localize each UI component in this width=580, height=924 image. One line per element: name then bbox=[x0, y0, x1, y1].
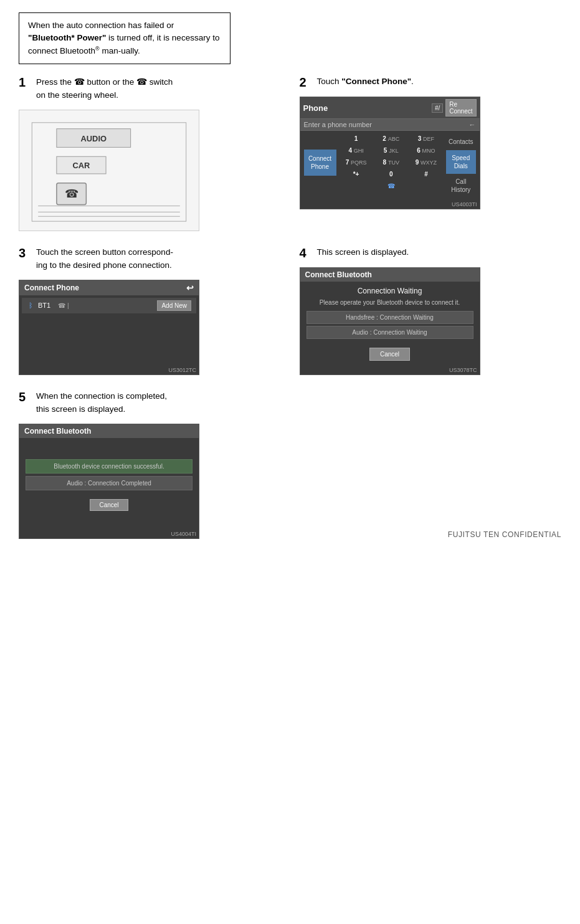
bt5-header: Connect Bluetooth bbox=[19, 424, 199, 438]
steering-wheel-drawing: AUDIO CAR ☎ bbox=[19, 110, 199, 231]
key-star[interactable]: *+ bbox=[340, 169, 373, 179]
bt5-success-row: Bluetooth device connection successful. bbox=[26, 459, 193, 474]
step-4-text: This screen is displayed. bbox=[317, 246, 409, 259]
phone-re-connect-btn[interactable]: ReConnect bbox=[445, 99, 476, 117]
key-phone-icon[interactable]: ☎ bbox=[340, 181, 443, 191]
step-4: 4 This screen is displayed. Connect Blue… bbox=[300, 246, 562, 375]
key-4[interactable]: 4 GHI bbox=[340, 145, 373, 156]
keypad-right: Contacts SpeedDials CallHistory bbox=[445, 133, 477, 198]
step-3-number: 3 bbox=[19, 246, 31, 260]
phone-backspace-icon[interactable]: ← bbox=[469, 121, 476, 128]
bt-cancel-area: Cancel bbox=[307, 343, 473, 361]
step-4-image: Connect Bluetooth Connection Waiting Ple… bbox=[300, 267, 562, 375]
step-3-text: Touch the screen button correspond-ing t… bbox=[36, 246, 173, 272]
keypad-left: ConnectPhone 1 2 ABC 3 DEF 4 GHI bbox=[303, 133, 443, 198]
bt-status-desc: Please operate your Bluetooth device to … bbox=[307, 299, 473, 306]
connect-phone-btn-row: ConnectPhone 1 2 ABC 3 DEF 4 GHI bbox=[303, 133, 443, 191]
footer-text: FUJITSU TEN CONFIDENTIAL bbox=[448, 530, 561, 539]
key-hash[interactable]: # bbox=[410, 169, 442, 179]
keypad-row-4: *+ 0 # bbox=[340, 169, 443, 179]
step-1-number: 1 bbox=[19, 75, 31, 89]
step-5-image: Connect Bluetooth Bluetooth device conne… bbox=[19, 424, 281, 539]
step-2-text: Touch "Connect Phone". bbox=[317, 75, 414, 88]
step-3-image: Connect Phone ↩ ᛒ BT1 ☎ | Add New US3012… bbox=[19, 280, 281, 375]
phone-hash-btn[interactable]: #/ bbox=[432, 103, 443, 113]
step-3: 3 Touch the screen button correspond-ing… bbox=[19, 246, 281, 375]
page: When the auto connection has failed or "… bbox=[0, 0, 580, 551]
warning-box: When the auto connection has failed or "… bbox=[19, 12, 231, 64]
bt5-content: Bluetooth device connection successful. … bbox=[19, 438, 199, 530]
svg-text:AUDIO: AUDIO bbox=[81, 135, 107, 144]
step-1-header: 1 Press the ☎ button or the ☎ switch on … bbox=[19, 75, 281, 102]
call-history-button[interactable]: CallHistory bbox=[446, 175, 475, 196]
bt5-cancel-button[interactable]: Cancel bbox=[90, 499, 128, 511]
bt5-empty-bottom bbox=[26, 511, 193, 523]
phone-header: Phone #/ ReConnect bbox=[300, 97, 480, 119]
keypad-row-1: 1 2 ABC 3 DEF bbox=[340, 133, 443, 144]
phone-title: Phone bbox=[303, 103, 429, 113]
step-1-text: Press the ☎ button or the ☎ switch on th… bbox=[36, 75, 173, 102]
step-2: 2 Touch "Connect Phone". Phone #/ ReConn… bbox=[300, 75, 562, 231]
key-2[interactable]: 2 ABC bbox=[375, 133, 407, 144]
step-5-number: 5 bbox=[19, 390, 31, 404]
speed-dials-button[interactable]: SpeedDials bbox=[446, 150, 475, 174]
step-1-image: AUDIO CAR ☎ bbox=[19, 110, 281, 231]
step-5-text: When the connection is completed,this sc… bbox=[36, 390, 167, 416]
svg-text:☎: ☎ bbox=[65, 188, 78, 200]
cp-item-left: ᛒ BT1 ☎ | bbox=[27, 302, 69, 309]
connect-phone-screen: Connect Phone ↩ ᛒ BT1 ☎ | Add New US3012… bbox=[19, 280, 199, 375]
step-2-number: 2 bbox=[300, 75, 312, 89]
connect-phone-button[interactable]: ConnectPhone bbox=[304, 150, 336, 176]
bluetooth-icon: ᛒ bbox=[27, 302, 34, 309]
step-2-image: Phone #/ ReConnect Enter a phone number … bbox=[300, 97, 562, 209]
step-4-number: 4 bbox=[300, 246, 312, 260]
step-3-header: 3 Touch the screen button correspond-ing… bbox=[19, 246, 281, 272]
phone-keypad-area: ConnectPhone 1 2 ABC 3 DEF 4 GHI bbox=[300, 131, 480, 200]
phone-input-placeholder: Enter a phone number bbox=[304, 121, 372, 128]
key-8[interactable]: 8 TUV bbox=[375, 157, 407, 168]
step-5-header: 5 When the connection is completed,this … bbox=[19, 390, 281, 416]
keypad-row-2: 4 GHI 5 JKL 6 MNO bbox=[340, 145, 443, 156]
bt-content-step4: Connection Waiting Please operate your B… bbox=[300, 282, 480, 366]
phone-screen: Phone #/ ReConnect Enter a phone number … bbox=[300, 97, 480, 209]
bt5-audio-row: Audio : Connection Completed bbox=[26, 476, 193, 490]
add-new-button[interactable]: Add New bbox=[157, 300, 191, 311]
bt-audio-status: Audio : Connection Waiting bbox=[307, 326, 473, 339]
key-7[interactable]: 7 PQRS bbox=[340, 157, 373, 168]
keypad-rows: 1 2 ABC 3 DEF 4 GHI 5 JKL 6 MNO bbox=[340, 133, 443, 191]
svg-rect-0 bbox=[19, 110, 198, 231]
step-1: 1 Press the ☎ button or the ☎ switch on … bbox=[19, 75, 281, 231]
svg-text:CAR: CAR bbox=[73, 161, 91, 170]
bt5-cancel-area: Cancel bbox=[26, 493, 193, 511]
phone-screen-id: US4003TI bbox=[300, 200, 480, 209]
key-1[interactable]: 1 bbox=[340, 133, 373, 144]
cp-back-button[interactable]: ↩ bbox=[186, 283, 194, 293]
bt5-empty-top bbox=[26, 444, 193, 457]
cp-screen-id: US3012TC bbox=[19, 366, 199, 374]
key-0[interactable]: 0 bbox=[375, 169, 407, 179]
bt-status-title: Connection Waiting bbox=[307, 287, 473, 295]
phone-input-row: Enter a phone number ← bbox=[300, 119, 480, 131]
key-5[interactable]: 5 JKL bbox=[375, 145, 407, 156]
step-5: 5 When the connection is completed,this … bbox=[19, 390, 281, 539]
bt-screen-id-step4: US3078TC bbox=[300, 366, 480, 374]
step-4-header: 4 This screen is displayed. bbox=[300, 246, 562, 260]
cp-device-name: BT1 bbox=[38, 302, 50, 309]
bt-header-step4: Connect Bluetooth bbox=[300, 268, 480, 282]
bt-screen-step4: Connect Bluetooth Connection Waiting Ple… bbox=[300, 267, 480, 375]
key-6[interactable]: 6 MNO bbox=[410, 145, 442, 156]
bt-screen-step5: Connect Bluetooth Bluetooth device conne… bbox=[19, 424, 199, 539]
key-3[interactable]: 3 DEF bbox=[410, 133, 442, 144]
warning-text: When the auto connection has failed or "… bbox=[28, 21, 219, 55]
bt-handsfree-status: Handsfree : Connection Waiting bbox=[307, 311, 473, 324]
cp-phone-icon: ☎ | bbox=[58, 302, 69, 309]
contacts-button[interactable]: Contacts bbox=[446, 135, 475, 149]
cp-empty-area bbox=[19, 316, 199, 366]
steps-grid: 1 Press the ☎ button or the ☎ switch on … bbox=[19, 75, 561, 539]
bt-screen-id-step5: US4004TI bbox=[19, 530, 199, 538]
key-9[interactable]: 9 WXYZ bbox=[410, 157, 442, 168]
cp-device-item[interactable]: ᛒ BT1 ☎ | Add New bbox=[22, 298, 196, 313]
footer: FUJITSU TEN CONFIDENTIAL bbox=[448, 530, 561, 539]
bt-cancel-button[interactable]: Cancel bbox=[369, 348, 410, 361]
cp-title: Connect Phone bbox=[24, 283, 79, 292]
